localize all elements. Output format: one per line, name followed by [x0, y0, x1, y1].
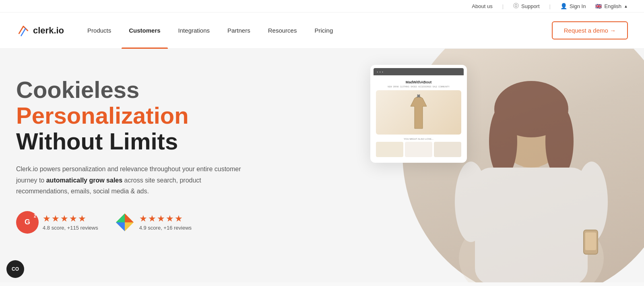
signin-link[interactable]: 👤 Sign In: [560, 3, 586, 9]
svg-marker-3: [116, 213, 125, 222]
svg-marker-2: [116, 222, 125, 231]
mockup-brand: ● ● ●: [377, 70, 384, 73]
mockup-body: MadWithABout NEW DRINK CLOTHING SHOES AC…: [374, 78, 464, 160]
g2-superscript: 2: [34, 213, 36, 218]
nav-integrations[interactable]: Integrations: [171, 12, 217, 49]
svg-rect-15: [585, 232, 596, 250]
nav-resources[interactable]: Resources: [261, 12, 304, 49]
language-selector[interactable]: 🇬🇧 English ▲: [595, 3, 628, 9]
capterra-badge: [114, 212, 135, 233]
nav-pricing[interactable]: Pricing: [307, 12, 340, 49]
mockup-nav-bar: NEW DRINK CLOTHING SHOES ACCESSORIES SAL…: [376, 86, 461, 88]
hero-description: Clerk.io powers personalization and rele…: [16, 164, 250, 197]
about-link[interactable]: About us: [472, 3, 492, 9]
ratings: G 2 ★★★★★ 4.8 score, +115 reviews: [16, 211, 250, 234]
nav-links: Products Customers Integrations Partners…: [80, 12, 552, 49]
logo[interactable]: clerk.io: [16, 23, 64, 38]
hero-title-line3: Without Limits: [16, 128, 250, 154]
dress-icon: [407, 94, 431, 131]
hero-content: Cookieless Personalization Without Limit…: [16, 73, 250, 234]
flag-icon: 🇬🇧: [595, 3, 602, 9]
nav-products[interactable]: Products: [80, 12, 118, 49]
svg-point-9: [489, 105, 517, 178]
main-nav: clerk.io Products Customers Integrations…: [0, 12, 644, 49]
chat-badge[interactable]: CO: [6, 260, 24, 278]
mockup-recommendations-label: YOU MIGHT ALSO LOVE...: [376, 138, 461, 140]
capterra-stars: ★★★★★: [139, 213, 192, 224]
capterra-icon: [114, 212, 135, 233]
g2-score: 4.8 score, +115 reviews: [43, 225, 98, 231]
support-icon: ⓪: [513, 2, 519, 10]
logo-icon: [16, 23, 31, 38]
request-demo-button[interactable]: Request a demo →: [552, 21, 628, 39]
mockup-header: ● ● ●: [374, 68, 464, 75]
hero-title-line2: Personalization: [16, 103, 250, 128]
signin-label: Sign In: [570, 3, 586, 9]
divider-2: |: [549, 3, 551, 9]
mockup-recommendation-items: [376, 142, 461, 157]
capterra-rating: ★★★★★ 4.9 score, +16 reviews: [114, 212, 192, 233]
chat-label: CO: [12, 266, 19, 272]
g2-rating-info: ★★★★★ 4.8 score, +115 reviews: [43, 213, 98, 231]
svg-rect-11: [475, 168, 588, 282]
mockup-brand-label: MadWithABout: [376, 80, 461, 84]
divider-1: |: [502, 3, 504, 9]
logo-text: clerk.io: [33, 25, 64, 36]
support-label: Support: [521, 3, 540, 9]
hero-section: Cookieless Personalization Without Limit…: [0, 49, 644, 282]
language-label: English: [604, 3, 621, 9]
rec-item-2: [405, 142, 432, 157]
svg-marker-1: [125, 213, 134, 222]
capterra-rating-info: ★★★★★ 4.9 score, +16 reviews: [139, 213, 192, 231]
about-label: About us: [472, 3, 492, 9]
rec-item-1: [376, 142, 403, 157]
product-mockup: ● ● ● MadWithABout NEW DRINK CLOTHING SH…: [370, 65, 467, 163]
nav-partners[interactable]: Partners: [220, 12, 258, 49]
top-bar: About us | ⓪ Support | 👤 Sign In 🇬🇧 Engl…: [0, 0, 644, 12]
svg-point-10: [545, 105, 574, 178]
svg-point-12: [455, 162, 487, 242]
mockup-product-image: [376, 90, 461, 135]
rec-item-3: [434, 142, 461, 157]
nav-customers[interactable]: Customers: [122, 12, 167, 49]
hero-title-line1: Cookieless: [16, 77, 250, 103]
capterra-score: 4.9 score, +16 reviews: [139, 225, 192, 231]
g2-badge: G 2: [16, 211, 39, 234]
hero-image-area: ● ● ● MadWithABout NEW DRINK CLOTHING SH…: [338, 49, 644, 282]
g2-rating: G 2 ★★★★★ 4.8 score, +115 reviews: [16, 211, 98, 234]
user-icon: 👤: [560, 3, 567, 9]
chevron-down-icon: ▲: [624, 4, 628, 8]
g2-stars: ★★★★★: [43, 213, 98, 224]
support-link[interactable]: ⓪ Support: [513, 2, 540, 10]
